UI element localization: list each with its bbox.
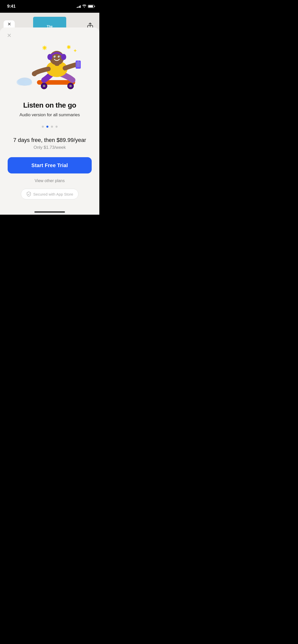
status-bar: 9:41 (0, 0, 99, 13)
secured-text: Secured with App Store (33, 192, 73, 196)
pricing-area: 7 days free, then $89.99/year Only $1.73… (13, 137, 86, 150)
view-other-plans-link[interactable]: View other plans (35, 179, 65, 183)
svg-point-18 (55, 56, 56, 57)
svg-point-8 (69, 85, 72, 87)
status-time: 9:41 (7, 4, 16, 9)
pagination-dots (42, 126, 58, 128)
svg-point-10 (32, 71, 37, 76)
sparkle-top-right (67, 46, 70, 49)
modal-subtitle: Audio version for all summaries (19, 112, 80, 118)
skateboarder-illustration (14, 30, 85, 99)
svg-point-6 (43, 85, 45, 87)
browser-close-x-icon: ✕ (7, 22, 11, 26)
pagination-dot-4 (56, 126, 58, 128)
home-indicator (34, 211, 65, 213)
svg-point-13 (78, 61, 79, 62)
modal-close-button[interactable]: ✕ (5, 32, 13, 40)
battery-icon (88, 5, 94, 8)
svg-point-3 (24, 80, 32, 85)
pagination-dot-3 (51, 126, 53, 128)
modal-sheet: ✕ (0, 27, 99, 215)
start-free-trial-button[interactable]: Start Free Trial (8, 157, 92, 173)
svg-point-21 (61, 54, 66, 60)
modal-content: Listen on the go Audio version for all s… (0, 101, 99, 215)
modal-title: Listen on the go (23, 101, 76, 109)
svg-point-19 (59, 56, 60, 57)
svg-rect-12 (76, 62, 80, 67)
modal-close-icon: ✕ (7, 32, 11, 39)
wifi-icon (82, 4, 86, 8)
illustration-area (0, 27, 99, 101)
signal-bars-icon (77, 5, 81, 8)
price-sub: Only $1.73/week (13, 145, 86, 150)
secured-badge: Secured with App Store (21, 189, 79, 199)
pagination-dot-1 (42, 126, 44, 128)
price-main: 7 days free, then $89.99/year (13, 137, 86, 143)
sparkle-top-left (43, 46, 46, 50)
svg-point-20 (47, 54, 52, 60)
sparkle-small-right (74, 50, 76, 52)
status-icons (77, 4, 94, 8)
shield-icon (26, 192, 31, 197)
pagination-dot-2 (46, 126, 48, 128)
